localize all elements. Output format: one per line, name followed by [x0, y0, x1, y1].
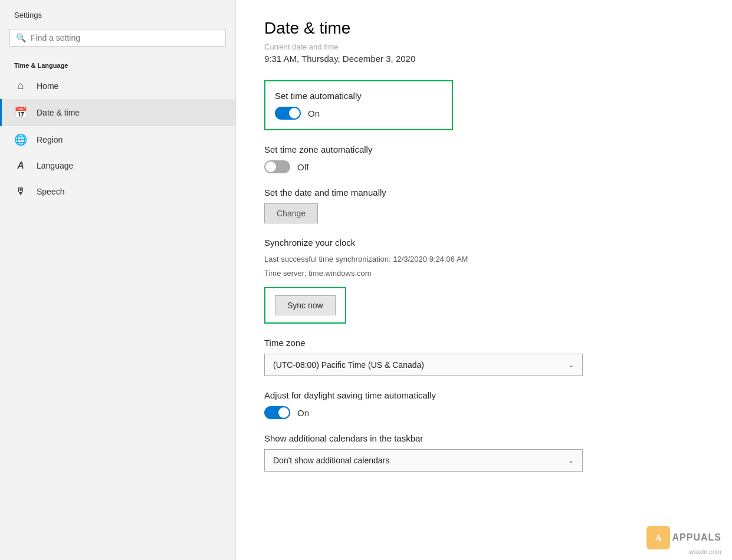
- search-input[interactable]: [31, 33, 219, 42]
- sidebar-item-speech-label: Speech: [37, 187, 64, 196]
- sync-now-box: Sync now: [264, 287, 346, 324]
- timezone-section: Time zone (UTC-08:00) Pacific Time (US &…: [264, 338, 704, 376]
- daylight-saving-section: Adjust for daylight saving time automati…: [264, 390, 704, 419]
- sync-clock-section: Synchronize your clock Last successful t…: [264, 238, 704, 324]
- set-time-auto-state: On: [308, 108, 320, 118]
- home-icon: ⌂: [14, 80, 27, 92]
- sidebar: Settings 🔍 Time & Language ⌂ Home 📅 Date…: [0, 0, 236, 560]
- set-timezone-auto-row: Off: [264, 160, 704, 173]
- timezone-toggle-knob: [265, 162, 276, 172]
- set-time-auto-row: On: [275, 107, 442, 120]
- main-content: Date & time Current date and time 9:31 A…: [236, 0, 732, 560]
- sync-clock-label: Synchronize your clock: [264, 238, 704, 248]
- additional-calendars-label: Show additional calendars in the taskbar: [264, 433, 704, 443]
- sidebar-item-date-time-label: Date & time: [37, 108, 80, 117]
- set-time-auto-label: Set time automatically: [275, 91, 442, 101]
- current-datetime: 9:31 AM, Thursday, December 3, 2020: [264, 54, 704, 64]
- set-timezone-auto-state: Off: [297, 162, 309, 172]
- daylight-saving-row: On: [264, 406, 704, 419]
- additional-calendars-value: Don't show additional calendars: [273, 456, 389, 465]
- search-box[interactable]: 🔍: [9, 29, 226, 47]
- sidebar-item-speech[interactable]: 🎙 Speech: [0, 178, 235, 205]
- sidebar-item-region-label: Region: [37, 135, 63, 144]
- sidebar-item-language[interactable]: A Language: [0, 153, 235, 178]
- set-manually-section: Set the date and time manually Change: [264, 187, 704, 223]
- search-icon: 🔍: [16, 33, 26, 42]
- daylight-saving-state: On: [297, 408, 309, 418]
- sidebar-item-region[interactable]: 🌐 Region: [0, 126, 235, 153]
- sidebar-item-home[interactable]: ⌂ Home: [0, 73, 235, 99]
- timezone-value: (UTC-08:00) Pacific Time (US & Canada): [273, 360, 424, 370]
- language-icon: A: [14, 160, 27, 171]
- change-button[interactable]: Change: [264, 203, 318, 223]
- chevron-down-icon: ⌄: [568, 361, 574, 369]
- page-title: Date & time: [264, 19, 704, 38]
- window-title: Settings: [0, 0, 235, 25]
- sync-now-button[interactable]: Sync now: [275, 295, 336, 315]
- set-time-auto-toggle[interactable]: [275, 107, 301, 120]
- calendar-icon: 📅: [14, 106, 27, 119]
- additional-calendars-dropdown[interactable]: Don't show additional calendars ⌄: [264, 449, 583, 472]
- sidebar-section-label: Time & Language: [0, 56, 235, 73]
- set-timezone-auto-section: Set time zone automatically Off: [264, 144, 704, 173]
- sidebar-item-date-time[interactable]: 📅 Date & time: [0, 99, 235, 126]
- set-timezone-auto-label: Set time zone automatically: [264, 144, 704, 154]
- timezone-dropdown[interactable]: (UTC-08:00) Pacific Time (US & Canada) ⌄: [264, 354, 583, 376]
- toggle-knob: [289, 108, 300, 118]
- time-server-info: Time server: time.windows.com: [264, 268, 704, 279]
- daylight-toggle-knob: [278, 407, 289, 418]
- daylight-saving-label: Adjust for daylight saving time automati…: [264, 390, 704, 400]
- additional-calendars-section: Show additional calendars in the taskbar…: [264, 433, 704, 472]
- daylight-saving-toggle[interactable]: [264, 406, 290, 419]
- current-date-label: Current date and time: [264, 42, 704, 51]
- timezone-label: Time zone: [264, 338, 704, 348]
- set-time-auto-box: Set time automatically On: [264, 80, 453, 130]
- microphone-icon: 🎙: [14, 185, 27, 197]
- sidebar-item-language-label: Language: [37, 161, 73, 170]
- last-sync-info: Last successful time synchronization: 12…: [264, 253, 704, 265]
- set-timezone-auto-toggle[interactable]: [264, 160, 290, 173]
- chevron-down-icon-2: ⌄: [568, 456, 574, 465]
- sidebar-item-home-label: Home: [37, 81, 58, 91]
- globe-icon: 🌐: [14, 133, 27, 146]
- set-manually-label: Set the date and time manually: [264, 187, 704, 197]
